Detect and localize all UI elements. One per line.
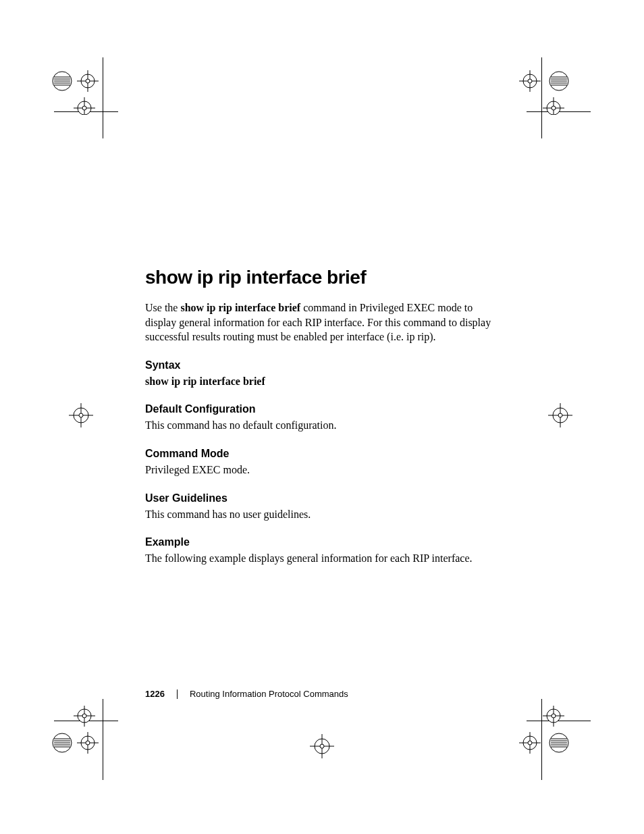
intro-command-name: show ip rip interface brief [180,302,300,313]
svg-point-17 [528,79,532,83]
svg-point-27 [552,106,556,110]
svg-point-35 [558,413,562,417]
command-title: show ip rip interface brief [145,267,503,288]
svg-point-13 [82,106,86,110]
registration-mark-icon [513,706,574,766]
page-footer: 1226 Routing Information Protocol Comman… [145,689,348,699]
svg-point-31 [79,413,83,417]
svg-point-57 [552,714,556,718]
registration-mark-icon [533,388,594,449]
example-body: The following example displays general i… [145,551,503,566]
syntax-heading: Syntax [145,359,503,371]
svg-point-39 [320,744,324,748]
intro-prefix: Use the [145,302,180,313]
intro-paragraph: Use the show ip rip interface brief comm… [145,301,503,344]
registration-mark-icon [47,388,108,449]
registration-mark-icon [292,716,352,777]
footer-divider [177,689,178,699]
syntax-body: show ip rip interface brief [145,374,503,389]
default-config-heading: Default Configuration [145,403,503,415]
example-heading: Example [145,536,503,548]
registration-mark-icon [47,54,108,115]
registration-mark-icon [47,706,108,766]
user-guidelines-body: This command has no user guidelines. [145,507,503,522]
page-content: show ip rip interface brief Use the show… [145,267,503,581]
svg-point-9 [86,79,90,83]
command-mode-body: Privileged EXEC mode. [145,463,503,477]
svg-point-43 [82,714,86,718]
svg-point-61 [528,741,532,745]
page-number: 1226 [145,689,165,699]
svg-point-53 [86,741,90,745]
footer-chapter-label: Routing Information Protocol Commands [190,689,348,699]
registration-mark-icon [513,54,574,115]
command-mode-heading: Command Mode [145,448,503,460]
default-config-body: This command has no default configuratio… [145,418,503,433]
user-guidelines-heading: User Guidelines [145,492,503,504]
